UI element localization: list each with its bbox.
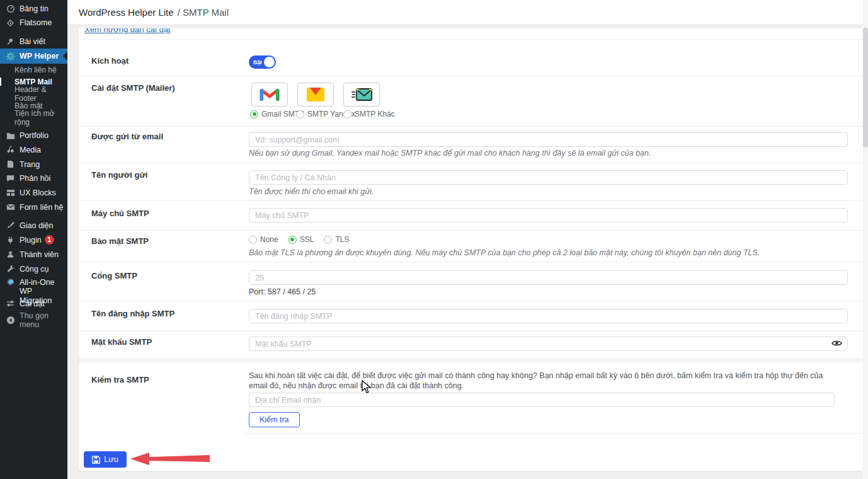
activate-toggle[interactable]: Bật <box>249 55 276 69</box>
scrollbar-thumb[interactable] <box>863 28 868 147</box>
sender-name-help: Tên được hiển thị cho email khi gửi. <box>249 187 374 196</box>
page-scrollbar[interactable] <box>863 0 868 479</box>
sidebar-item-users[interactable]: Thành viên <box>0 247 67 262</box>
sidebar-subitem-header-footer[interactable]: Header & Footer <box>0 88 67 100</box>
wp-helper-gear-icon <box>6 52 15 61</box>
sender-name-input[interactable] <box>249 170 848 185</box>
security-radio-tls[interactable]: TLS <box>324 235 349 244</box>
smtp-password-label: Mật khẩu SMTP <box>91 337 152 347</box>
sidebar-item-ux-blocks[interactable]: UX Blocks <box>0 185 67 200</box>
from-email-help: Nếu bạn sử dụng Gmail, Yandex mail hoặc … <box>249 149 651 158</box>
from-email-input[interactable] <box>249 132 848 147</box>
sidebar-subitem-contact-channel[interactable]: Kênh liên hệ <box>0 64 67 76</box>
radio-checked-icon <box>288 236 297 244</box>
envelope-icon <box>6 202 15 212</box>
sidebar-item-tools[interactable]: Công cụ <box>0 262 67 276</box>
sidebar-item-portfolio[interactable]: Portfolio <box>0 128 67 142</box>
activate-label: Kích hoạt <box>91 56 128 66</box>
dashboard-gauge-icon <box>6 4 15 14</box>
mailer-option-other[interactable] <box>343 83 380 107</box>
radio-unchecked-icon <box>249 236 257 244</box>
plug-icon <box>6 235 15 245</box>
blocks-icon <box>6 188 15 197</box>
plugin-update-badge: 1 <box>45 235 54 245</box>
setup-guide-link[interactable]: Xem hướng dẫn cài đặt <box>84 28 170 34</box>
mailer-option-yandex[interactable] <box>297 83 334 107</box>
security-radio-ssl[interactable]: SSL <box>288 235 314 244</box>
paintbrush-icon <box>6 221 15 230</box>
password-visibility-toggle[interactable] <box>831 339 843 348</box>
sidebar-item-plugins[interactable]: Plugin 1 <box>0 233 67 247</box>
sidebar-item-media[interactable]: Media <box>0 142 67 157</box>
sidebar-item-collapse-menu[interactable]: Thu gọn menu <box>0 313 67 327</box>
sidebar-item-wp-helper[interactable]: WP Helper <box>0 49 67 64</box>
other-mail-icon <box>350 87 373 102</box>
toggle-knob <box>264 57 275 67</box>
settings-sliders-icon <box>6 299 15 308</box>
breadcrumb: / SMTP Mail <box>178 7 229 18</box>
radio-checked-icon <box>250 110 258 118</box>
sidebar-item-appearance[interactable]: Giao diện <box>0 218 67 233</box>
migration-icon <box>6 277 15 287</box>
sidebar-item-dashboard[interactable]: Bảng tin <box>0 2 67 16</box>
smtp-test-label: Kiểm tra SMTP <box>91 375 149 384</box>
flatsome-logo-icon <box>6 18 15 28</box>
annotation-arrow <box>129 452 212 467</box>
radio-unchecked-icon <box>296 110 304 118</box>
sidebar-item-pages[interactable]: Trang <box>0 157 67 171</box>
from-email-label: Được gửi từ email <box>91 132 163 141</box>
wrench-icon <box>6 264 15 274</box>
sidebar-subitem-extensions[interactable]: Tiện ích mở rộng <box>0 112 67 124</box>
page-header: WordPress Helper Lite / SMTP Mail <box>67 0 868 25</box>
mailer-option-gmail[interactable] <box>251 83 288 107</box>
save-floppy-icon <box>92 456 100 464</box>
radio-unchecked-icon <box>343 110 351 118</box>
admin-sidebar: Bảng tin Flatsome Bài viết WP Helper Kên… <box>0 0 67 479</box>
toggle-on-label: Bật <box>253 59 262 66</box>
sender-name-label: Tên người gửi <box>91 170 147 180</box>
smtp-settings-card: Xem hướng dẫn cài đặt Kích hoạt Bật Cài … <box>79 28 863 471</box>
pushpin-icon <box>6 37 15 47</box>
test-email-input[interactable] <box>249 393 835 407</box>
collapse-menu-icon <box>6 316 15 325</box>
smtp-host-label: Máy chủ SMTP <box>91 209 149 218</box>
sidebar-item-ai1-wp-migration[interactable]: All-in-One WP Migration <box>0 276 67 296</box>
section-separator <box>79 358 863 362</box>
smtp-port-input[interactable] <box>249 270 848 285</box>
mailer-label: Cài đặt SMTP (Mailer) <box>91 83 175 93</box>
smtp-host-input[interactable] <box>249 208 848 222</box>
sidebar-item-settings[interactable]: Cài đặt <box>0 296 67 311</box>
save-button[interactable]: Lưu <box>84 451 127 468</box>
smtp-test-description: Sau khi hoàn tất việc cài đặt, để biết đ… <box>249 371 831 391</box>
mailer-radio-other[interactable]: SMTP Khác <box>343 110 395 118</box>
smtp-port-help: Port: 587 / 465 / 25 <box>249 287 316 296</box>
yandex-mail-icon <box>305 86 326 103</box>
sidebar-item-flatsome[interactable]: Flatsome <box>0 16 67 30</box>
mouse-cursor <box>362 380 372 394</box>
smtp-port-label: Cổng SMTP <box>91 271 137 280</box>
active-menu-arrow-icon <box>63 52 67 61</box>
page-title: WordPress Helper Lite <box>79 7 174 18</box>
sidebar-item-comments[interactable]: Phản hồi <box>0 171 67 185</box>
sidebar-item-posts[interactable]: Bài viết <box>0 35 67 49</box>
media-icon <box>6 145 15 154</box>
eye-icon <box>831 339 842 347</box>
security-radio-none[interactable]: None <box>249 235 278 244</box>
gmail-icon <box>259 86 280 103</box>
radio-unchecked-icon <box>324 236 332 244</box>
smtp-password-input[interactable] <box>249 337 848 351</box>
smtp-security-radios: None SSL TLS <box>249 235 349 244</box>
smtp-username-label: Tên đăng nhập SMTP <box>91 309 174 318</box>
test-button[interactable]: Kiểm tra <box>249 412 300 427</box>
smtp-security-help: Bảo mật TLS là phương án được khuyên dùn… <box>249 248 760 257</box>
smtp-security-label: Bảo mật SMTP <box>91 236 149 246</box>
smtp-username-input[interactable] <box>249 309 848 323</box>
user-icon <box>6 250 15 259</box>
comment-icon <box>6 174 15 183</box>
page-icon <box>6 159 15 169</box>
sidebar-item-contact-form[interactable]: Form liên hệ <box>0 200 67 214</box>
folder-icon <box>6 130 15 140</box>
